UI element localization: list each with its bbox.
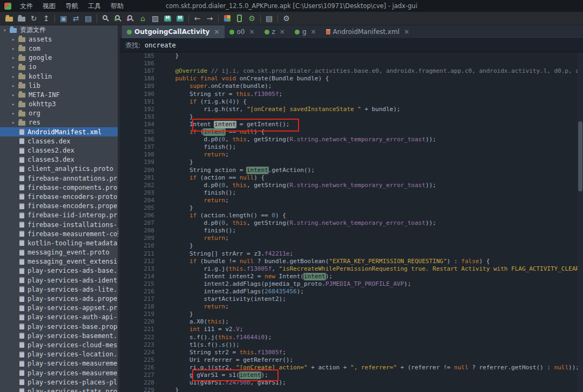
line-number: 214: [120, 273, 161, 280]
file-icon: [19, 203, 24, 209]
tree-item-firebase-encoders-properties[interactable]: firebase-encoders.properties: [0, 202, 118, 211]
tree-item-firebase-measurement-connector-properties[interactable]: firebase-measurement-connector.propertie…: [0, 229, 118, 238]
tree-item-firebase-annotations-properties[interactable]: firebase-annotations.properties: [0, 174, 118, 183]
device-icon[interactable]: [233, 13, 246, 24]
tree-item-assets[interactable]: ▸assets: [0, 35, 118, 44]
code-line-219: 219 }: [120, 311, 578, 318]
add-files-icon[interactable]: [15, 13, 28, 24]
caret-right-icon[interactable]: ▸: [12, 46, 18, 51]
caret-right-icon[interactable]: ▸: [12, 55, 18, 60]
menu-item-5[interactable]: 帮助: [106, 0, 128, 12]
caret-right-icon[interactable]: ▸: [12, 64, 18, 70]
text-search-icon[interactable]: [99, 13, 112, 24]
caret-right-icon[interactable]: ▸: [12, 37, 18, 42]
tree-item-classes2-dex[interactable]: classes2.dex: [0, 146, 118, 155]
save-all-icon[interactable]: ▣: [57, 13, 70, 24]
tab-close-icon[interactable]: ×: [404, 28, 409, 36]
tree-item-firebase-components-properties[interactable]: firebase-components.properties: [0, 183, 118, 192]
deobfuscation-icon[interactable]: ⚙: [246, 13, 258, 24]
class-search-icon[interactable]: [112, 13, 124, 24]
tree-item-play-services-basement-properties[interactable]: play-services-basement.properties: [0, 331, 118, 340]
tree-item-play-services-ads-properties[interactable]: play-services-ads.properties: [0, 294, 118, 303]
caret-right-icon[interactable]: ▸: [12, 120, 18, 125]
tree-item-play-services-stats-properties[interactable]: play-services-stats.properties: [0, 387, 118, 392]
menu-item-4[interactable]: 工具: [83, 0, 106, 12]
tab-close-icon[interactable]: ×: [249, 28, 254, 36]
caret-down-icon[interactable]: ▾: [3, 27, 10, 33]
caret-right-icon[interactable]: ▸: [12, 101, 18, 107]
folder-icon: [18, 93, 25, 98]
tab-close-icon[interactable]: ×: [214, 28, 219, 36]
open-file-icon[interactable]: [3, 13, 15, 24]
export-icon[interactable]: ↥: [40, 13, 52, 24]
caret-right-icon[interactable]: ▸: [12, 83, 18, 88]
caret-right-icon[interactable]: ▸: [12, 111, 18, 116]
comments-icon[interactable]: M: [174, 13, 186, 24]
tree-item-play-services-location-properties[interactable]: play-services-location.properties: [0, 350, 118, 359]
tree-item-play-services-ads-base-properties[interactable]: play-services-ads-base.properties: [0, 266, 118, 276]
tab-z[interactable]: z×: [260, 25, 290, 38]
tree-item-classes-dex[interactable]: classes.dex: [0, 136, 118, 146]
tree-item-okhttp3[interactable]: ▸okhttp3: [0, 100, 118, 109]
comment-search-icon[interactable]: [124, 13, 137, 24]
tree-item-org[interactable]: ▸org: [0, 109, 118, 118]
tree-item-firebase-installations-interop-properties[interactable]: firebase-installations-interop.propertie…: [0, 220, 118, 229]
tree-item-client-analytics-proto[interactable]: client_analytics.proto: [0, 164, 118, 174]
tree-item-io[interactable]: ▸io: [0, 63, 118, 72]
menu-item-1[interactable]: 文件: [15, 0, 38, 12]
tree-item-messaging-event-proto[interactable]: messaging_event.proto: [0, 248, 118, 257]
line-number: 200: [120, 167, 161, 174]
tab-androidmanifest-xml[interactable]: AndroidManifest.xml×: [321, 25, 415, 38]
file-icon: [19, 240, 24, 246]
tree-item-classes3-dex[interactable]: classes3.dex: [0, 155, 118, 164]
tree-item-com[interactable]: ▸com: [0, 44, 118, 53]
log-viewer-icon[interactable]: ▤: [263, 13, 275, 24]
menu-item-3[interactable]: 导航: [60, 0, 83, 12]
image-viewer-icon[interactable]: ▨: [149, 13, 161, 24]
menu-item-2[interactable]: 视图: [38, 0, 60, 12]
caret-right-icon[interactable]: ▸: [12, 92, 18, 98]
tree-item-androidmanifest-xml[interactable]: AndroidManifest.xml: [0, 127, 118, 136]
reload-icon[interactable]: ↻: [28, 13, 40, 24]
code-viewport[interactable]: 184 }185 }186187 @Override // ij.i, com.…: [120, 52, 583, 392]
preferences-icon[interactable]: ⚙: [280, 13, 293, 24]
tree-item-kotlin-tooling-metadata-json[interactable]: kotlin-tooling-metadata.json: [0, 238, 118, 247]
tree-item-play-services-base-properties[interactable]: play-services-base.properties: [0, 322, 118, 331]
forward-icon[interactable]: →: [204, 13, 216, 24]
find-input[interactable]: [145, 42, 307, 49]
main-activity-icon[interactable]: ⌂: [137, 13, 149, 24]
tree-item-lib[interactable]: ▸lib: [0, 81, 118, 90]
tab-close-icon[interactable]: ×: [311, 28, 316, 36]
tab-g[interactable]: g×: [290, 25, 321, 38]
tree-item-play-services-measurement-base-properties[interactable]: play-services-measurement-base.propertie…: [0, 368, 118, 377]
tree-item-play-services-cloud-messaging-properties[interactable]: play-services-cloud-messaging.properties: [0, 340, 118, 349]
splitter-handle-icon[interactable]: ⋮⋮: [114, 229, 119, 236]
sync-with-editor-icon[interactable]: ⇄: [70, 13, 82, 24]
editor-scrollbar-thumb[interactable]: [578, 121, 582, 191]
tree-item-play-services-appset-properties[interactable]: play-services-appset.properties: [0, 304, 118, 313]
tree-item-google[interactable]: ▸google: [0, 53, 118, 63]
tree-item-res[interactable]: ▸res: [0, 118, 118, 127]
script-icon[interactable]: M: [161, 13, 174, 24]
tree-item-play-services-auth-api-phone-properties[interactable]: play-services-auth-api-phone.properties: [0, 313, 118, 322]
tree-item-kotlin[interactable]: ▸kotlin: [0, 72, 118, 81]
line-number: 223: [120, 341, 161, 349]
editor-scrollbar[interactable]: [578, 52, 583, 392]
tree-item-play-services-ads-lite-properties[interactable]: play-services-ads-lite.properties: [0, 285, 118, 294]
tree-item-meta-inf[interactable]: ▸META-INF: [0, 90, 118, 99]
caret-right-icon[interactable]: ▸: [12, 74, 18, 79]
tree-item-play-services-measurement-api-properties[interactable]: play-services-measurement-api.properties: [0, 359, 118, 368]
tree-root-resources[interactable]: ▾资源文件: [0, 25, 118, 35]
tab-outgoingcallactivity[interactable]: OutgoingCallActivity×: [122, 25, 225, 38]
quark-report-icon[interactable]: [221, 13, 233, 24]
tree-item-firebase-encoders-proto-properties[interactable]: firebase-encoders-proto.properties: [0, 192, 118, 201]
back-icon[interactable]: ←: [191, 13, 204, 24]
line-source: return;: [161, 303, 229, 311]
tree-item-messaging-event-extension-proto[interactable]: messaging_event_extension.proto: [0, 257, 118, 266]
tree-item-play-services-places-placereport-properties[interactable]: play-services-places-placereport.propert…: [0, 377, 118, 387]
tab-close-icon[interactable]: ×: [280, 28, 285, 36]
flat-packages-icon[interactable]: ▤: [82, 13, 94, 24]
tree-item-play-services-ads-identifier-properties[interactable]: play-services-ads-identifier.properties: [0, 276, 118, 285]
tab-o0[interactable]: o0×: [225, 25, 260, 38]
tree-item-firebase-iid-interop-properties[interactable]: firebase-iid-interop.properties: [0, 211, 118, 220]
